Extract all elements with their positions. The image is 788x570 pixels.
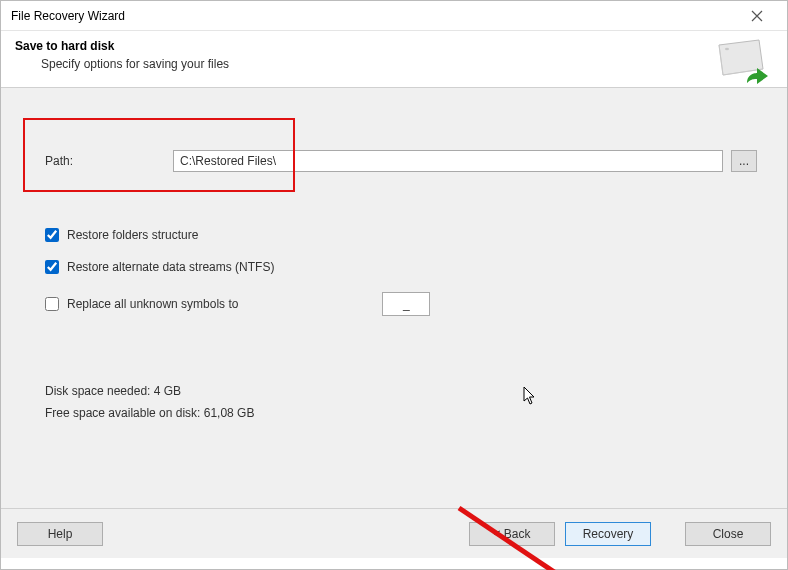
back-button[interactable]: < Back [469,522,555,546]
restore-folders-option[interactable]: Restore folders structure [45,228,757,242]
disk-space-needed: Disk space needed: 4 GB [45,384,757,398]
options-group: Restore folders structure Restore altern… [45,228,757,316]
close-button[interactable]: Close [685,522,771,546]
replace-symbols-input[interactable] [382,292,430,316]
restore-ads-label: Restore alternate data streams (NTFS) [67,260,274,274]
page-subtitle: Specify options for saving your files [41,57,773,71]
replace-symbols-clickable[interactable]: Replace all unknown symbols to [45,297,238,311]
restore-ads-checkbox[interactable] [45,260,59,274]
titlebar: File Recovery Wizard [1,1,787,31]
restore-folders-checkbox[interactable] [45,228,59,242]
window-close-button[interactable] [737,2,777,30]
svg-point-0 [725,48,729,50]
wizard-footer: Help < Back Recovery Close [1,508,787,558]
replace-symbols-label: Replace all unknown symbols to [67,297,238,311]
replace-symbols-checkbox[interactable] [45,297,59,311]
disk-space-free: Free space available on disk: 61,08 GB [45,406,757,420]
page-title: Save to hard disk [15,39,773,53]
hard-disk-icon [713,37,769,85]
wizard-header: Save to hard disk Specify options for sa… [1,31,787,88]
replace-symbols-option: Replace all unknown symbols to [45,292,757,316]
wizard-body: Path: ... Restore folders structure Rest… [1,88,787,508]
close-icon [751,10,763,22]
browse-button[interactable]: ... [731,150,757,172]
disk-info: Disk space needed: 4 GB Free space avail… [45,384,757,420]
window-title: File Recovery Wizard [11,9,125,23]
path-row: Path: ... [45,150,757,172]
path-input[interactable] [173,150,723,172]
path-label: Path: [45,154,173,168]
wizard-window: File Recovery Wizard Save to hard disk S… [0,0,788,570]
help-button[interactable]: Help [17,522,103,546]
restore-folders-label: Restore folders structure [67,228,198,242]
recovery-button[interactable]: Recovery [565,522,651,546]
restore-ads-option[interactable]: Restore alternate data streams (NTFS) [45,260,757,274]
